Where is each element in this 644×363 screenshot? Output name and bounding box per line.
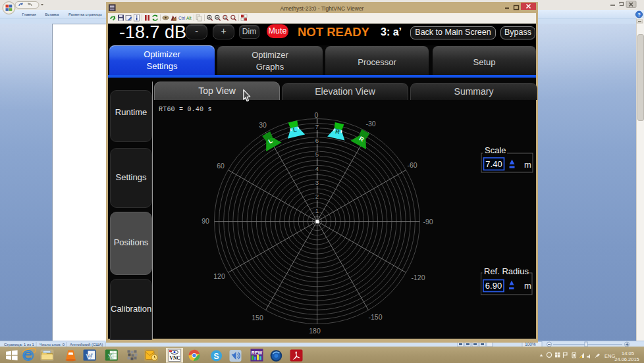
svg-text:1: 1 [315,207,319,214]
svg-text:-150: -150 [368,313,382,321]
svg-text:m: m [524,281,531,291]
svg-text:7: 7 [315,123,319,130]
svg-text:1: 1 [224,16,226,20]
svg-text:m: m [524,160,531,170]
svg-text:Ctrl: Ctrl [178,16,186,20]
svg-text:2: 2 [315,193,319,200]
svg-text:REW: REW [252,351,263,355]
svg-text:Scale: Scale [485,145,506,155]
svg-text:-60: -60 [407,161,417,169]
svg-text:X: X [107,352,113,360]
svg-text:Ref. Radius: Ref. Radius [484,266,529,276]
svg-text:ENG: ENG [604,353,615,359]
svg-text:6.90: 6.90 [485,281,502,291]
svg-text:?: ? [637,12,641,18]
svg-text:-30: -30 [365,120,375,128]
svg-text:0: 0 [315,111,319,119]
svg-text:100%: 100% [525,342,536,347]
svg-text:180: 180 [309,327,321,335]
svg-text:Alt: Alt [186,16,192,20]
svg-text:7.40: 7.40 [485,159,502,169]
svg-text:120: 120 [213,272,225,280]
svg-text:6: 6 [315,137,319,144]
svg-text:60: 60 [217,162,225,170]
svg-text:-90: -90 [423,218,433,226]
svg-text:5: 5 [315,151,319,158]
svg-text:30: 30 [259,121,267,129]
svg-text:24.06.2015: 24.06.2015 [614,356,639,362]
svg-text:VNC: VNC [170,355,180,361]
svg-text:150: 150 [252,314,263,322]
svg-text:-120: -120 [411,274,425,281]
svg-text:W: W [86,352,93,360]
svg-text:S: S [214,352,219,361]
svg-text:90: 90 [201,217,209,225]
svg-text:4: 4 [315,165,319,172]
svg-text:3: 3 [315,179,319,186]
